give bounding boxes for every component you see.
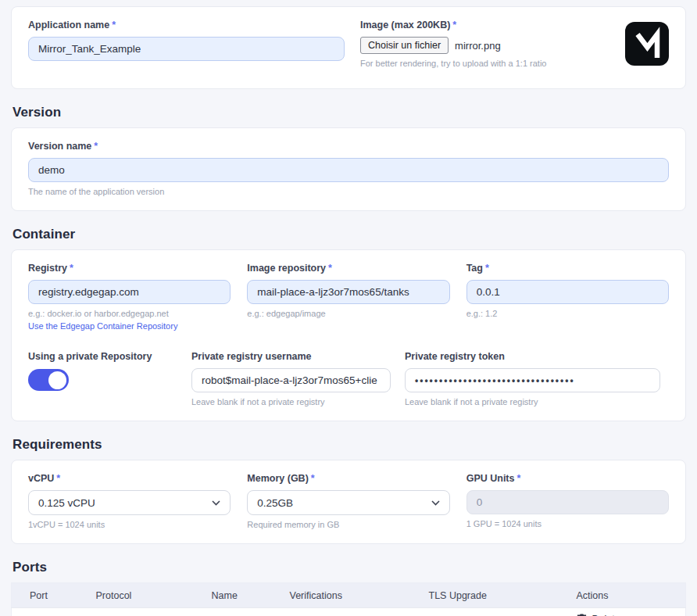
application-name-input[interactable]: Mirror_Tank_Example: [28, 37, 345, 61]
memory-hint: Required memory in GB: [247, 520, 449, 529]
required-asterisk: *: [516, 473, 520, 484]
image-repository-input[interactable]: mail-place-a-ljz3or7mos65/tanks: [247, 280, 449, 304]
requirements-row: vCPU* 0.125 vCPU 1vCPU = 1024 units Memo…: [28, 473, 669, 529]
requirements-card: vCPU* 0.125 vCPU 1vCPU = 1024 units Memo…: [11, 460, 686, 544]
required-asterisk: *: [56, 473, 60, 484]
vcpu-hint: 1vCPU = 1024 units: [28, 520, 231, 529]
column-header-name: Name: [194, 583, 272, 608]
private-token-label: Private registry token: [405, 351, 660, 362]
memory-label: Memory (GB)*: [247, 473, 449, 484]
column-header-actions: Actions: [559, 583, 686, 608]
image-repository-label-text: Image repository: [247, 263, 326, 274]
memory-selected-value: 0.25GB: [257, 497, 293, 509]
private-repository-toggle-group: Using a private Repository: [28, 351, 191, 406]
edgegap-repository-link[interactable]: Use the Edgegap Container Repository: [28, 321, 177, 331]
tag-label: Tag*: [466, 263, 669, 274]
private-token-hint: Leave blank if not a private registry: [405, 397, 660, 406]
registry-hint: e.g.: docker.io or harbor.edgegap.net: [28, 309, 231, 318]
application-name-field-group: Application name* Mirror_Tank_Example: [28, 20, 345, 68]
image-repository-field-group: Image repository* mail-place-a-ljz3or7mo…: [247, 263, 449, 332]
column-header-tls-upgrade: TLS Upgrade: [411, 583, 559, 608]
gpu-label: GPU Units*: [466, 473, 669, 484]
requirements-section-heading: Requirements: [13, 437, 686, 453]
registry-label-text: Registry: [28, 263, 67, 274]
registry-input[interactable]: registry.edgegap.com: [28, 280, 231, 304]
application-form-page: Application name* Mirror_Tank_Example Im…: [0, 0, 697, 616]
port-cell: 7777: [12, 608, 78, 616]
memory-select[interactable]: 0.25GB: [247, 490, 449, 515]
image-repository-label: Image repository*: [247, 263, 449, 274]
vcpu-field-group: vCPU* 0.125 vCPU 1vCPU = 1024 units: [28, 473, 231, 529]
private-repository-toggle-label: Using a private Repository: [28, 351, 191, 362]
required-asterisk: *: [328, 263, 332, 274]
application-logo-image: [625, 22, 669, 66]
version-name-label-text: Version name: [28, 141, 91, 152]
private-repository-toggle[interactable]: [28, 369, 69, 391]
application-name-label-text: Application name: [28, 20, 109, 30]
column-header-verifications: Verifications: [272, 583, 411, 608]
container-registry-row: Registry* registry.edgegap.com e.g.: doc…: [28, 263, 669, 332]
actions-cell: Delete: [559, 608, 686, 616]
port-row: 7777 TCP/UDP N/A false false Delete: [12, 608, 686, 616]
required-asterisk: *: [452, 20, 456, 30]
version-name-input[interactable]: demo: [28, 158, 669, 182]
private-registry-row: Using a private Repository Private regis…: [28, 351, 669, 406]
container-section-heading: Container: [13, 227, 686, 242]
gpu-field-group: GPU Units* 0 1 GPU = 1024 units: [466, 473, 669, 529]
tag-input[interactable]: 0.0.1: [466, 280, 669, 304]
tag-hint: e.g.: 1.2: [466, 309, 669, 318]
private-token-input[interactable]: •••••••••••••••••••••••••••••••••: [405, 368, 660, 392]
private-username-input[interactable]: robot$mail-place-a-ljz3or7mos65+clie: [191, 368, 391, 392]
column-header-port: Port: [12, 583, 78, 608]
column-header-protocol: Protocol: [78, 583, 194, 608]
private-token-field-group: Private registry token •••••••••••••••••…: [405, 351, 660, 406]
container-card: Registry* registry.edgegap.com e.g.: doc…: [11, 249, 686, 421]
version-section-heading: Version: [13, 105, 686, 120]
version-name-hint: The name of the application version: [28, 187, 669, 196]
mirror-logo-icon: [625, 22, 669, 66]
required-asterisk: *: [112, 20, 116, 30]
selected-filename: mirror.png: [455, 40, 501, 52]
chevron-down-icon: [212, 500, 220, 506]
ports-table: Port Protocol Name Verifications TLS Upg…: [11, 582, 686, 616]
image-upload-label-text: Image (max 200KB): [360, 20, 450, 30]
memory-label-text: Memory (GB): [247, 473, 308, 484]
tag-field-group: Tag* 0.0.1 e.g.: 1.2: [466, 263, 669, 332]
tag-label-text: Tag: [466, 263, 483, 274]
gpu-hint: 1 GPU = 1024 units: [466, 519, 669, 528]
image-upload-hint: For better rendering, try to upload with…: [360, 59, 609, 68]
file-input-row: Choisir un fichier mirror.png: [360, 37, 609, 54]
ports-section-heading: Ports: [13, 560, 686, 575]
registry-field-group: Registry* registry.edgegap.com e.g.: doc…: [28, 263, 231, 332]
image-upload-field-group: Image (max 200KB)* Choisir un fichier mi…: [360, 20, 609, 68]
required-asterisk: *: [94, 141, 98, 152]
toggle-knob: [48, 371, 66, 389]
chevron-down-icon: [431, 500, 440, 506]
private-username-field-group: Private registry username robot$mail-pla…: [191, 351, 391, 406]
tls-upgrade-cell: false: [411, 608, 559, 616]
required-asterisk: *: [311, 473, 315, 484]
application-card: Application name* Mirror_Tank_Example Im…: [11, 6, 686, 89]
registry-label: Registry*: [28, 263, 231, 274]
private-username-hint: Leave blank if not a private registry: [191, 397, 391, 406]
vcpu-selected-value: 0.125 vCPU: [38, 497, 95, 509]
vcpu-label: vCPU*: [28, 473, 231, 484]
image-upload-label: Image (max 200KB)*: [360, 20, 609, 30]
image-repository-hint: e.g.: edgegap/image: [247, 309, 449, 318]
required-asterisk: *: [70, 263, 73, 274]
name-cell: N/A: [194, 608, 272, 616]
private-username-label: Private registry username: [191, 351, 391, 362]
vcpu-select[interactable]: 0.125 vCPU: [28, 490, 231, 515]
gpu-units-input: 0: [466, 490, 669, 514]
ports-table-header-row: Port Protocol Name Verifications TLS Upg…: [12, 583, 686, 608]
application-name-label: Application name*: [28, 20, 345, 30]
protocol-cell: TCP/UDP: [78, 608, 194, 616]
version-name-label: Version name*: [28, 141, 669, 152]
verifications-cell: false: [272, 608, 411, 616]
version-card: Version name* demo The name of the appli…: [11, 127, 686, 211]
required-asterisk: *: [485, 263, 489, 274]
memory-field-group: Memory (GB)* 0.25GB Required memory in G…: [247, 473, 449, 529]
vcpu-label-text: vCPU: [28, 473, 54, 484]
choose-file-button[interactable]: Choisir un fichier: [360, 37, 449, 54]
gpu-label-text: GPU Units: [466, 473, 515, 484]
